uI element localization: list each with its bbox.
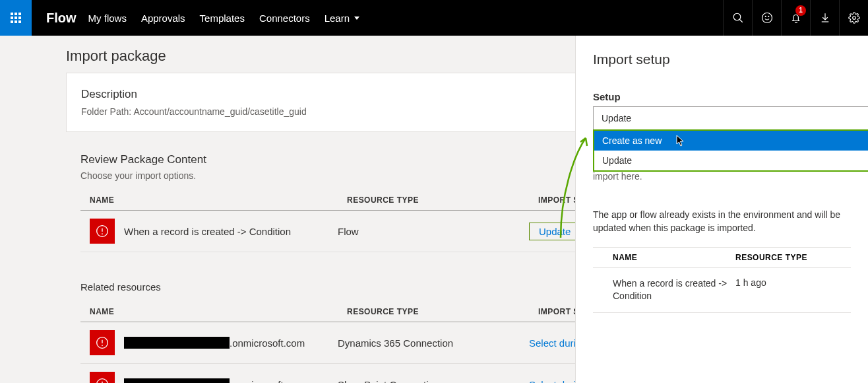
- row-name-suffix: .onmicrosoft.com: [230, 379, 305, 384]
- download-icon: [819, 12, 831, 24]
- row-time: 1 h ago: [735, 277, 851, 303]
- svg-point-3: [765, 16, 766, 17]
- nav-right: 1: [723, 0, 868, 36]
- notification-badge: 1: [795, 5, 806, 16]
- svg-point-5: [852, 17, 855, 20]
- row-name: When a record is created -> Condition: [124, 226, 291, 237]
- svg-point-2: [762, 13, 772, 23]
- redacted-text: [124, 337, 230, 349]
- panel-table-header: NAME RESOURCE TYPE: [593, 247, 851, 268]
- col-type: RESOURCE TYPE: [347, 195, 538, 205]
- app-launcher-button[interactable]: [0, 0, 32, 36]
- svg-point-8: [102, 233, 103, 234]
- row-name: When a record is created -> Condition: [593, 277, 735, 303]
- error-icon: [90, 330, 115, 355]
- col-name: NAME: [90, 195, 347, 205]
- col-name: NAME: [593, 253, 735, 262]
- nav-links: My flows Approvals Templates Connectors …: [88, 13, 360, 24]
- error-icon: [90, 372, 115, 383]
- truncated-text: import here.: [593, 171, 868, 182]
- download-button[interactable]: [810, 0, 839, 36]
- smiley-icon: [761, 12, 773, 24]
- svg-point-11: [102, 345, 103, 346]
- feedback-button[interactable]: [752, 0, 781, 36]
- svg-line-1: [739, 19, 743, 22]
- brand-label: Flow: [32, 11, 88, 26]
- nav-connectors[interactable]: Connectors: [259, 13, 310, 24]
- dropdown-option-create-new[interactable]: Create as new: [594, 131, 868, 151]
- top-nav: Flow My flows Approvals Templates Connec…: [0, 0, 868, 36]
- panel-table-row: When a record is created -> Condition 1 …: [593, 268, 851, 313]
- svg-point-0: [733, 13, 741, 20]
- settings-button[interactable]: [839, 0, 868, 36]
- search-button[interactable]: [723, 0, 752, 36]
- row-type: SharePoint Connection: [338, 379, 529, 384]
- setup-dropdown[interactable]: Update: [593, 106, 868, 130]
- svg-point-4: [768, 16, 768, 17]
- import-setup-link[interactable]: Update: [529, 223, 580, 240]
- nav-learn[interactable]: Learn: [325, 13, 359, 24]
- dropdown-option-update[interactable]: Update: [594, 151, 868, 170]
- notifications-button[interactable]: 1: [781, 0, 810, 36]
- col-type: RESOURCE TYPE: [347, 307, 538, 316]
- nav-approvals[interactable]: Approvals: [141, 13, 185, 24]
- dropdown-list: Create as new Update: [593, 129, 868, 172]
- error-icon: [90, 219, 115, 244]
- gear-icon: [848, 12, 860, 24]
- page-body: Import package Description Folder Path: …: [0, 36, 868, 383]
- row-name-suffix: .onmicrosoft.com: [230, 337, 305, 349]
- import-setup-panel: Import setup Setup Update Create as new …: [575, 36, 868, 383]
- row-type: Flow: [338, 226, 529, 237]
- waffle-icon: [11, 13, 21, 23]
- help-text: The app or flow already exists in the en…: [593, 208, 851, 235]
- row-type: Dynamics 365 Connection: [338, 337, 529, 349]
- setup-label: Setup: [593, 91, 868, 102]
- redacted-text: [124, 378, 230, 383]
- nav-templates[interactable]: Templates: [200, 13, 245, 24]
- col-type: RESOURCE TYPE: [735, 253, 851, 262]
- dropdown-selected: Update: [602, 113, 631, 123]
- panel-title: Import setup: [593, 52, 868, 67]
- col-name: NAME: [90, 307, 347, 316]
- search-icon: [732, 12, 744, 24]
- nav-my-flows[interactable]: My flows: [88, 13, 127, 24]
